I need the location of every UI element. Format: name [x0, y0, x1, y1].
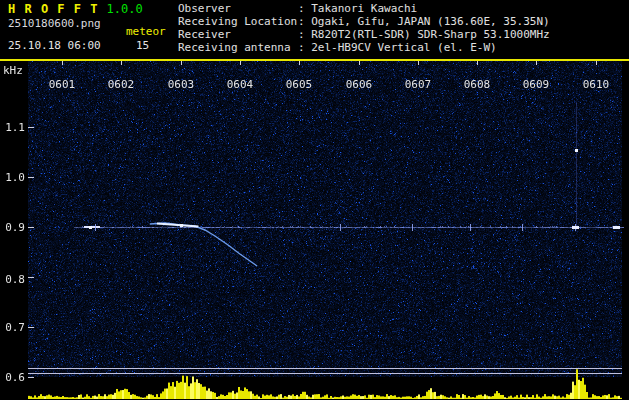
info-colon: :: [298, 2, 311, 15]
x-tick-label: 0601: [47, 78, 77, 91]
y-tick-label: 1.1: [1, 121, 25, 134]
echo-count: 15: [136, 39, 149, 52]
info-colon: :: [298, 41, 311, 54]
info-row-receiver: Receiver: R820T2(RTL-SDR) SDR-Sharp 53.1…: [178, 28, 550, 41]
info-label: Receiving antenna: [178, 41, 298, 54]
info-colon: :: [298, 28, 311, 41]
title-row: H R O F F T1.0.0: [8, 2, 143, 16]
x-tick-label: 0610: [581, 78, 611, 91]
info-label: Receiver: [178, 28, 298, 41]
y-tick-label: 1.0: [1, 171, 25, 184]
x-tick-label: 0605: [284, 78, 314, 91]
y-tick-label: 0.7: [1, 321, 25, 334]
app-version: 1.0.0: [106, 2, 142, 16]
timestamp: 25.10.18 06:00: [8, 39, 101, 52]
y-tick-label: 0.8: [1, 273, 25, 286]
mode-label: meteor: [126, 25, 166, 38]
info-label: Receiving Location: [178, 15, 298, 28]
hrofft-output: H R O F F T1.0.0 2510180600.png meteor 2…: [0, 0, 629, 400]
x-tick-label: 0608: [462, 78, 492, 91]
spectrogram-canvas: [0, 61, 629, 400]
x-tick-label: 0607: [403, 78, 433, 91]
info-colon: :: [298, 15, 311, 28]
x-tick-label: 0603: [166, 78, 196, 91]
info-row-observer: Observer: Takanori Kawachi: [178, 2, 550, 15]
y-tick-label: 0.9: [1, 221, 25, 234]
header-left: H R O F F T1.0.0 2510180600.png meteor 2…: [8, 2, 178, 58]
output-filename: 2510180600.png: [8, 17, 101, 30]
x-tick-label: 0609: [521, 78, 551, 91]
info-value: 2el-HB9CV Vertical (el. E-W): [311, 41, 496, 54]
info-label: Observer: [178, 2, 298, 15]
y-tick-label: 0.6: [1, 371, 25, 384]
info-value: Ogaki, Gifu, JAPAN (136.60E, 35.35N): [311, 15, 549, 28]
x-tick-label: 0604: [225, 78, 255, 91]
info-value: R820T2(RTL-SDR) SDR-Sharp 53.1000MHz: [311, 28, 549, 41]
info-value: Takanori Kawachi: [311, 2, 417, 15]
info-row-antenna: Receiving antenna: 2el-HB9CV Vertical (e…: [178, 41, 550, 54]
header-info: Observer: Takanori Kawachi Receiving Loc…: [178, 2, 550, 54]
info-row-location: Receiving Location: Ogaki, Gifu, JAPAN (…: [178, 15, 550, 28]
x-tick-label: 0602: [106, 78, 136, 91]
y-axis-unit: kHz: [3, 64, 23, 77]
app-title: H R O F F T: [8, 2, 98, 16]
x-tick-label: 0606: [344, 78, 374, 91]
